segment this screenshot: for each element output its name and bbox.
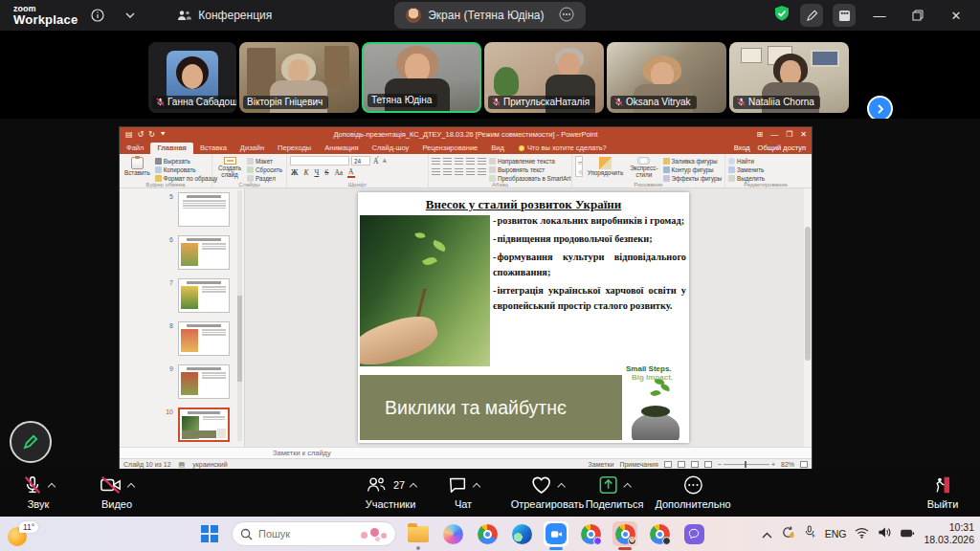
search-input[interactable] bbox=[258, 528, 345, 540]
chrome-icon[interactable] bbox=[475, 521, 500, 546]
tab-home[interactable]: Главная bbox=[150, 143, 193, 154]
bullets-button[interactable] bbox=[432, 158, 440, 165]
tab-meeting[interactable]: Конференция bbox=[166, 2, 283, 29]
video-tile[interactable]: Nataliia Chorna bbox=[729, 42, 849, 113]
close-button[interactable]: ✕ bbox=[942, 4, 970, 27]
tab-file[interactable]: Файл bbox=[120, 143, 150, 154]
copy-button[interactable]: Копировать bbox=[155, 166, 217, 173]
current-slide[interactable]: Внесок у сталий розвиток України розвито… bbox=[358, 192, 689, 443]
language-indicator[interactable]: украинский bbox=[192, 461, 228, 468]
font-size-combobox[interactable]: 24 bbox=[351, 156, 370, 165]
shape-outline-button[interactable]: Контур фигуры bbox=[663, 166, 722, 173]
chrome-profile-icon[interactable] bbox=[578, 521, 603, 546]
video-button[interactable]: Видео bbox=[100, 474, 134, 510]
video-tile[interactable]: Ганна Сабадош bbox=[148, 42, 236, 113]
align-left-button[interactable] bbox=[432, 168, 440, 176]
battery-icon[interactable] bbox=[900, 525, 915, 542]
quick-styles-button[interactable]: Экспресс-стили bbox=[628, 156, 659, 180]
find-button[interactable]: Найти bbox=[728, 158, 765, 165]
chevron-down-icon[interactable] bbox=[118, 3, 143, 28]
maximize-button[interactable] bbox=[903, 4, 932, 27]
tab-view[interactable]: Вид bbox=[484, 143, 511, 154]
normal-view-button[interactable] bbox=[664, 461, 672, 468]
slide-thumbnail[interactable] bbox=[178, 321, 230, 356]
info-icon[interactable] bbox=[85, 3, 110, 28]
slide-thumbnail[interactable] bbox=[178, 192, 230, 227]
share-document-button[interactable]: Общий доступ bbox=[758, 143, 806, 152]
tab-screen-share[interactable]: Экран (Тетяна Юдіна) bbox=[394, 2, 586, 29]
participants-options-chevron[interactable] bbox=[410, 482, 417, 490]
reading-view-button[interactable] bbox=[691, 461, 699, 468]
justify-button[interactable] bbox=[466, 168, 475, 176]
tab-slideshow[interactable]: Слайд-шоу bbox=[365, 143, 415, 154]
italic-button[interactable]: К bbox=[302, 168, 309, 177]
edge-icon[interactable] bbox=[509, 521, 534, 546]
paste-button[interactable]: Вставить bbox=[122, 156, 152, 180]
audio-button[interactable]: Звук bbox=[22, 474, 55, 510]
shapes-gallery[interactable]: ▭○□△{}☆ bbox=[575, 156, 583, 177]
arrange-button[interactable]: Упорядочить bbox=[586, 156, 625, 180]
section-button[interactable]: Раздел bbox=[247, 175, 282, 182]
quick-access-toolbar[interactable]: ▤↺↻⯆ bbox=[125, 130, 166, 140]
audio-options-chevron[interactable] bbox=[48, 482, 56, 490]
react-button[interactable]: Отреагировать bbox=[511, 474, 585, 510]
tab-animations[interactable]: Анимация bbox=[318, 143, 365, 154]
reset-button[interactable]: Сбросить bbox=[247, 166, 282, 173]
ppt-minimize-button[interactable]: — bbox=[770, 130, 778, 139]
tray-expand-chevron[interactable] bbox=[762, 525, 772, 542]
shape-effects-button[interactable]: Эффекты фигуры bbox=[663, 175, 722, 182]
annotate-toolbar-icon[interactable] bbox=[800, 4, 823, 27]
replace-button[interactable]: Заменить bbox=[728, 166, 765, 173]
tab-options-icon[interactable] bbox=[559, 7, 574, 25]
zoom-slider[interactable]: −+ bbox=[718, 461, 775, 468]
bold-button[interactable]: Ж bbox=[290, 168, 299, 177]
copilot-icon[interactable] bbox=[440, 521, 465, 546]
slide-thumbnail[interactable] bbox=[178, 278, 230, 313]
notes-toggle[interactable]: Заметки bbox=[589, 461, 614, 468]
viber-icon[interactable] bbox=[681, 521, 706, 546]
cut-button[interactable]: Вырезать bbox=[155, 158, 217, 165]
next-page-videos-button[interactable] bbox=[867, 96, 893, 121]
sync-icon[interactable] bbox=[781, 525, 795, 543]
share-options-chevron[interactable] bbox=[624, 482, 632, 490]
ppt-restore-button[interactable]: ❐ bbox=[786, 130, 792, 139]
slide-thumbnail[interactable] bbox=[178, 364, 230, 399]
video-tile[interactable]: Вікторія Гніцевич bbox=[239, 42, 359, 113]
slideshow-view-button[interactable] bbox=[704, 461, 712, 468]
taskbar-clock[interactable]: 10:31 18.03.2026 bbox=[924, 521, 974, 545]
annotation-pencil-button[interactable] bbox=[10, 421, 52, 463]
fit-to-window-button[interactable] bbox=[800, 461, 808, 468]
tab-transitions[interactable]: Переходы bbox=[271, 143, 318, 154]
slide-thumbnail[interactable] bbox=[178, 235, 230, 270]
indent-increase-button[interactable] bbox=[466, 158, 475, 165]
align-text-button[interactable]: Выровнять текст bbox=[489, 166, 570, 173]
ppt-close-button[interactable]: ✕ bbox=[800, 130, 807, 139]
font-color-button[interactable]: А bbox=[347, 167, 354, 178]
leave-button[interactable]: Выйти bbox=[927, 474, 959, 510]
chat-button[interactable]: Чат bbox=[447, 474, 479, 510]
align-right-button[interactable] bbox=[455, 168, 463, 176]
select-button[interactable]: Выделить bbox=[728, 175, 765, 182]
file-explorer-icon[interactable] bbox=[406, 521, 431, 546]
indent-decrease-button[interactable] bbox=[455, 158, 463, 165]
language-indicator[interactable]: ENG bbox=[825, 528, 847, 540]
start-button[interactable] bbox=[197, 521, 222, 546]
dictation-mic-icon[interactable] bbox=[804, 525, 816, 542]
columns-button[interactable] bbox=[478, 168, 486, 176]
format-painter-button[interactable]: Формат по образцу bbox=[155, 175, 217, 182]
video-options-chevron[interactable] bbox=[127, 482, 135, 490]
spellcheck-icon[interactable]: ▤ bbox=[179, 461, 186, 469]
slide-thumbnail-selected[interactable] bbox=[178, 408, 230, 442]
tab-design[interactable]: Дизайн bbox=[234, 143, 271, 154]
zoom-app-icon[interactable] bbox=[544, 521, 568, 546]
zoom-percentage[interactable]: 82% bbox=[781, 461, 794, 468]
tell-me-box[interactable]: Что вы хотите сделать? bbox=[519, 143, 607, 154]
editor-scrollbar[interactable] bbox=[804, 188, 812, 447]
change-case-button[interactable]: Аа bbox=[333, 168, 344, 177]
weather-widget[interactable]: 11° bbox=[8, 521, 46, 546]
video-tile[interactable]: Oksana Vitryak bbox=[607, 42, 726, 113]
chrome-profile2-icon[interactable] bbox=[647, 521, 672, 546]
line-spacing-button[interactable] bbox=[478, 158, 486, 165]
strikethrough-button[interactable]: S bbox=[323, 168, 329, 177]
share-screen-button[interactable]: Поделиться bbox=[586, 474, 644, 510]
